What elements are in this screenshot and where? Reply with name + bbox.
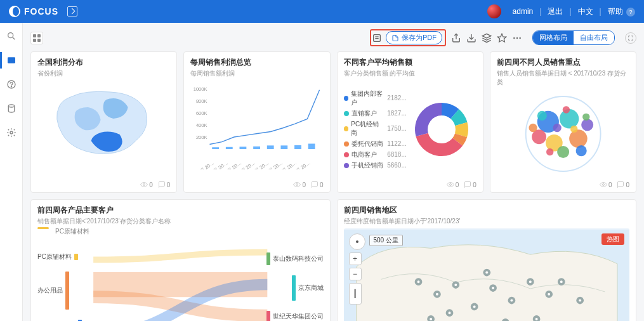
- card-title: 不同客户平均销售额: [344, 57, 476, 68]
- svg-point-4: [11, 86, 11, 87]
- svg-point-15: [516, 37, 518, 38]
- brand-name: FOCUS: [24, 6, 58, 16]
- sidebar: [0, 23, 23, 321]
- card-footer: 0 0: [37, 178, 170, 188]
- map-scale: 500 公里: [369, 235, 403, 246]
- svg-point-59: [417, 280, 419, 283]
- card-sankey: 前四周各产品主要客户 销售额单据日期<'2017/10/23'存货分类客户名称 …: [30, 199, 331, 321]
- card-donut: 不同客户平均销售额 客户分类销售额 的平均值 集团内部客户2182...直销客户…: [337, 51, 483, 193]
- svg-point-40: [449, 184, 451, 186]
- svg-point-0: [8, 33, 13, 38]
- svg-point-65: [529, 280, 531, 283]
- svg-rect-28: [281, 145, 288, 149]
- sidebar-help[interactable]: [4, 77, 18, 91]
- brand-logo[interactable]: FOCUS: [9, 6, 58, 17]
- map-controls: + − ┃: [349, 233, 365, 305]
- logout-link[interactable]: 退出: [548, 6, 563, 17]
- sankey-right-node: 京东商城: [292, 275, 324, 301]
- more-icon[interactable]: [512, 33, 522, 43]
- layout-toggle: 网格布局 自由布局: [532, 30, 615, 45]
- donut-chart[interactable]: [407, 95, 476, 164]
- svg-point-74: [485, 272, 488, 274]
- svg-point-48: [557, 146, 569, 158]
- svg-point-47: [581, 119, 593, 131]
- zoom-out-button[interactable]: −: [349, 268, 362, 280]
- sidebar-search[interactable]: [4, 29, 18, 43]
- svg-line-1: [13, 37, 15, 39]
- svg-point-6: [10, 131, 13, 134]
- card-geo: 全国利润分布 省份利润 0 0: [30, 51, 177, 193]
- svg-point-73: [579, 299, 581, 302]
- sankey-left-node: PC原辅材料: [37, 252, 82, 261]
- svg-point-69: [535, 318, 537, 320]
- card-trend: 每周销售利润总览 每周销售额利润 200K400K600K800K1000K第5…: [183, 51, 330, 193]
- topbar: FOCUS admin | 退出 | 中文 | 帮助 ?: [0, 0, 644, 23]
- svg-point-62: [473, 305, 475, 308]
- svg-point-66: [548, 293, 550, 296]
- legend-row: 委托代销商1122...: [344, 140, 407, 148]
- svg-point-39: [296, 184, 298, 186]
- svg-rect-29: [294, 145, 301, 149]
- star-icon[interactable]: [497, 33, 507, 43]
- save-pdf-label: 保存为PDF: [402, 33, 437, 43]
- heatmap-toggle[interactable]: 热图: [601, 233, 624, 245]
- donut-legend: 集团内部客户2182...直销客户1827...PC机经销商1750...委托代…: [344, 88, 407, 172]
- compass-icon[interactable]: [349, 233, 365, 250]
- layout-grid-button[interactable]: 网格布局: [533, 31, 574, 44]
- zoom-in-button[interactable]: +: [349, 252, 362, 265]
- sidebar-data[interactable]: [4, 102, 18, 115]
- fullscreen-icon[interactable]: [625, 32, 636, 44]
- svg-marker-12: [482, 34, 490, 38]
- card-map: 前四周销售地区 经度纬度销售额单据日期小于'2017/10/23' + − ┃ …: [337, 199, 637, 321]
- layers-icon[interactable]: [482, 33, 492, 43]
- map-canvas[interactable]: + − ┃ 500 公里 热图: [344, 228, 630, 321]
- card-subtitle: 经度纬度销售额单据日期小于'2017/10/23': [344, 217, 630, 226]
- lang-link[interactable]: 中文: [578, 6, 593, 17]
- legend-row: PC机经销商1750...: [344, 120, 407, 138]
- svg-point-51: [529, 124, 537, 132]
- china-map[interactable]: [37, 81, 170, 163]
- edit-icon[interactable]: [67, 6, 77, 16]
- download-icon[interactable]: [466, 33, 476, 43]
- username[interactable]: admin: [513, 7, 534, 16]
- avatar[interactable]: [487, 4, 501, 18]
- card-footer: 0 0: [190, 178, 323, 188]
- card-footer: 0 0: [344, 178, 476, 188]
- legend-row: 手机经销商5660...: [344, 161, 407, 170]
- svg-point-70: [448, 311, 450, 314]
- save-pdf-button[interactable]: 保存为PDF: [386, 31, 442, 44]
- bubble-chart[interactable]: [497, 89, 629, 178]
- grid-handle-icon[interactable]: [30, 32, 43, 44]
- card-subtitle: 销售额单据日期<'2017/10/23'存货分类客户名称: [37, 217, 324, 226]
- svg-point-55: [582, 114, 589, 121]
- card-subtitle: 省份利润: [37, 69, 170, 78]
- trend-chart[interactable]: 200K400K600K800K1000K第50周 20…第51周 20…第52…: [190, 81, 323, 169]
- svg-point-64: [510, 299, 513, 302]
- help-badge-icon: ?: [626, 8, 635, 16]
- zoom-slider[interactable]: ┃: [349, 283, 362, 305]
- layout-free-button[interactable]: 自由布局: [574, 31, 614, 44]
- svg-text:400K: 400K: [196, 122, 207, 128]
- svg-point-57: [602, 184, 604, 186]
- svg-point-54: [546, 148, 553, 155]
- card-title: 前四周各产品主要客户: [37, 205, 324, 216]
- svg-rect-25: [240, 147, 247, 149]
- share-icon[interactable]: [451, 33, 461, 43]
- svg-rect-23: [212, 147, 219, 149]
- svg-rect-30: [308, 143, 315, 149]
- legend-row: 直销客户1827...: [344, 109, 407, 118]
- list-icon[interactable]: [372, 33, 382, 43]
- card-bubble: 前四周不同人员销售重点 销售人员销售额单据日期 < 2017/10/23 存货分…: [490, 51, 636, 193]
- card-title: 前四周销售地区: [344, 205, 630, 216]
- sankey-chart[interactable]: PC原辅材料办公用品手机原辅材料 泰山数码科技公司京东商城世纪天华集团公司淘宝网: [37, 241, 324, 321]
- sankey-left-node: 办公用品: [37, 272, 82, 310]
- sankey-right-node: 泰山数码科技公司: [266, 252, 324, 265]
- sidebar-dashboard[interactable]: [4, 53, 18, 67]
- card-title: 每周销售利润总览: [190, 57, 323, 68]
- sidebar-settings[interactable]: [4, 126, 18, 140]
- card-subtitle: 销售人员销售额单据日期 < 2017/10/23 存货分类: [497, 69, 629, 87]
- svg-point-5: [8, 105, 14, 107]
- svg-point-16: [519, 37, 520, 38]
- svg-point-52: [553, 124, 561, 132]
- help-link[interactable]: 帮助 ?: [608, 6, 635, 17]
